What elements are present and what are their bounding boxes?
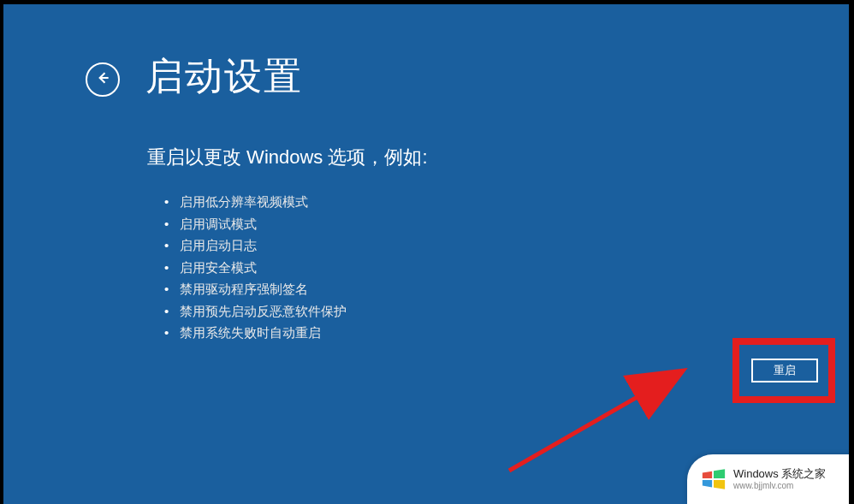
list-item: 启用启动日志	[164, 234, 768, 257]
watermark: Windows 系统之家 www.bjjmlv.com	[687, 454, 854, 504]
list-item: 启用安全模式	[164, 257, 768, 279]
svg-marker-5	[714, 480, 725, 489]
restart-button-label: 重启	[774, 363, 796, 378]
subtitle: 重启以更改 Windows 选项，例如:	[147, 145, 768, 170]
windows-logo-icon	[701, 466, 726, 492]
page-title: 启动设置	[145, 51, 303, 102]
watermark-title: Windows 系统之家	[733, 468, 826, 480]
back-arrow-icon	[94, 69, 111, 90]
list-item: 禁用预先启动反恶意软件保护	[164, 300, 768, 323]
list-item: 禁用系统失败时自动重启	[164, 322, 768, 344]
svg-marker-4	[703, 480, 712, 487]
watermark-url: www.bjjmlv.com	[733, 481, 826, 490]
svg-marker-2	[703, 471, 712, 478]
svg-marker-3	[714, 469, 725, 478]
list-item: 启用调试模式	[164, 213, 768, 235]
list-item: 启用低分辨率视频模式	[164, 191, 768, 213]
svg-line-1	[509, 372, 680, 471]
restart-button[interactable]: 重启	[751, 359, 818, 382]
annotation-arrow-icon	[505, 342, 702, 483]
back-button[interactable]	[86, 62, 120, 97]
options-list: 启用低分辨率视频模式 启用调试模式 启用启动日志 启用安全模式 禁用驱动程序强制…	[164, 191, 768, 344]
list-item: 禁用驱动程序强制签名	[164, 278, 768, 300]
